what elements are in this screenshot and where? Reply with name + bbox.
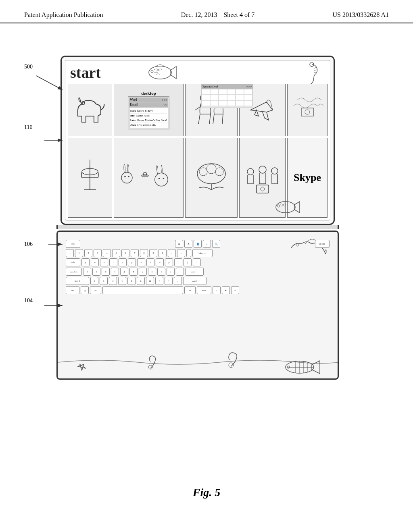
key-shift-right[interactable]: shift ⇧: [183, 277, 206, 285]
key-5[interactable]: 5: [112, 249, 120, 257]
svg-point-12: [121, 172, 132, 183]
key-x[interactable]: x: [100, 277, 108, 285]
key-b[interactable]: b: [127, 277, 136, 285]
ref-500: 500: [24, 64, 33, 70]
laptop-screen: start: [60, 56, 335, 225]
key-f1[interactable]: ⊞: [175, 240, 183, 248]
ref-106: 106: [24, 241, 33, 247]
patent-header: Patent Application Publication Dec. 12, …: [0, 0, 413, 23]
key-alt-right[interactable]: alt: [184, 286, 196, 294]
fish-decoration-top: [146, 62, 178, 84]
key-r[interactable]: r: [109, 258, 117, 266]
asdf-row: caps lock a s d f g h j k l ; ' enter ←: [66, 268, 330, 276]
key-a[interactable]: a: [83, 268, 91, 276]
key-caps-lock[interactable]: caps lock: [66, 268, 82, 276]
key-p[interactable]: p: [165, 258, 173, 266]
key-lbracket[interactable]: [: [174, 258, 182, 266]
zxcv-row: shift ⇧ z x c v b n m < > / shift ⇧: [66, 277, 330, 285]
key-f4[interactable]: ♪: [203, 240, 211, 248]
svg-point-22: [215, 168, 223, 176]
tile-animals: [114, 138, 184, 218]
fn-row: esc ⊞ ✿ 👤 ♪ 🔍 delete: [66, 240, 330, 248]
key-d[interactable]: d: [102, 268, 110, 276]
key-s[interactable]: s: [92, 268, 100, 276]
key-u[interactable]: u: [137, 258, 145, 266]
key-menu[interactable]: menu: [197, 286, 211, 294]
header-date: Dec. 12, 2013: [181, 11, 217, 18]
key-rbracket[interactable]: ]: [184, 258, 192, 266]
key-c[interactable]: c: [109, 277, 117, 285]
bottom-row: ctrl ⊞ alt alt menu ← ▲ →: [66, 286, 330, 294]
key-backslash[interactable]: \: [193, 258, 201, 266]
svg-point-28: [261, 187, 265, 191]
key-equals[interactable]: =: [177, 249, 185, 257]
key-v[interactable]: v: [118, 277, 126, 285]
fish-bottom: [273, 198, 302, 218]
key-e[interactable]: e: [100, 258, 108, 266]
key-w[interactable]: w: [91, 258, 99, 266]
key-period[interactable]: >: [165, 277, 173, 285]
tiles-container: desktop Word ○○○ Email ○○ SaraEl: [68, 84, 327, 218]
key-7[interactable]: 7: [131, 249, 139, 257]
key-semicolon[interactable]: ;: [167, 268, 175, 276]
key-6[interactable]: 6: [121, 249, 129, 257]
key-minus[interactable]: -: [168, 249, 176, 257]
key-alt-left[interactable]: alt: [90, 286, 101, 294]
key-y[interactable]: y: [128, 258, 136, 266]
key-1[interactable]: 1: [75, 249, 83, 257]
key-g[interactable]: g: [120, 268, 128, 276]
key-3[interactable]: 3: [94, 249, 102, 257]
key-8[interactable]: 8: [140, 249, 148, 257]
key-h[interactable]: h: [129, 268, 138, 276]
key-slash[interactable]: /: [174, 277, 182, 285]
key-esc[interactable]: esc: [66, 240, 80, 248]
key-n[interactable]: n: [137, 277, 145, 285]
key-tab[interactable]: tab: [66, 258, 80, 266]
key-q[interactable]: q: [81, 258, 90, 266]
svg-point-33: [229, 363, 234, 368]
key-f3[interactable]: 👤: [194, 240, 202, 248]
key-l[interactable]: l: [157, 268, 165, 276]
key-o[interactable]: o: [156, 258, 164, 266]
key-ctrl-left[interactable]: ctrl: [66, 286, 79, 294]
key-comma[interactable]: <: [155, 277, 163, 285]
key-arrow-right[interactable]: →: [231, 286, 239, 294]
key-j[interactable]: j: [139, 268, 147, 276]
svg-point-21: [206, 164, 216, 174]
key-0[interactable]: 0: [159, 249, 167, 257]
key-t[interactable]: t: [119, 258, 127, 266]
key-backspace[interactable]: bksp ←: [192, 249, 213, 257]
main-drawing-area: 500 110 106 104 start: [0, 23, 413, 523]
key-2[interactable]: 2: [84, 249, 92, 257]
key-arrow-up[interactable]: ▲: [222, 286, 230, 294]
key-tilde[interactable]: ~: [66, 249, 74, 257]
key-k[interactable]: k: [148, 268, 156, 276]
key-arrow-left[interactable]: ←: [213, 286, 221, 294]
svg-line-41: [36, 76, 63, 90]
key-enter[interactable]: enter ←: [185, 268, 204, 276]
tile-desktop: desktop Word ○○○ Email ○○ SaraEl: [114, 84, 184, 136]
tile-dog: [68, 84, 112, 136]
key-9[interactable]: 9: [149, 249, 157, 257]
key-m[interactable]: m: [146, 277, 154, 285]
key-shift-left[interactable]: shift ⇧: [66, 277, 89, 285]
svg-rect-27: [257, 185, 269, 193]
tile-flowers: [185, 138, 238, 218]
key-f[interactable]: f: [111, 268, 119, 276]
laptop-illustration: start: [60, 56, 335, 380]
key-quote[interactable]: ': [176, 268, 184, 276]
svg-rect-6: [301, 108, 313, 116]
key-space[interactable]: [102, 286, 183, 294]
key-z[interactable]: z: [90, 277, 98, 285]
tile-top-right: [287, 84, 327, 136]
key-delete[interactable]: delete: [315, 240, 330, 248]
key-win[interactable]: ⊞: [81, 286, 89, 294]
laptop-base: esc ⊞ ✿ 👤 ♪ 🔍 delete ~ 1 2 3 4: [56, 231, 339, 380]
key-4[interactable]: 4: [103, 249, 111, 257]
svg-point-30: [277, 205, 280, 207]
key-f5[interactable]: 🔍: [212, 240, 220, 248]
key-i[interactable]: i: [146, 258, 154, 266]
qwerty-row: tab q w e r t y u i o p [ ] \: [66, 258, 330, 266]
key-f2[interactable]: ✿: [184, 240, 192, 248]
key-extra[interactable]: [186, 249, 191, 257]
